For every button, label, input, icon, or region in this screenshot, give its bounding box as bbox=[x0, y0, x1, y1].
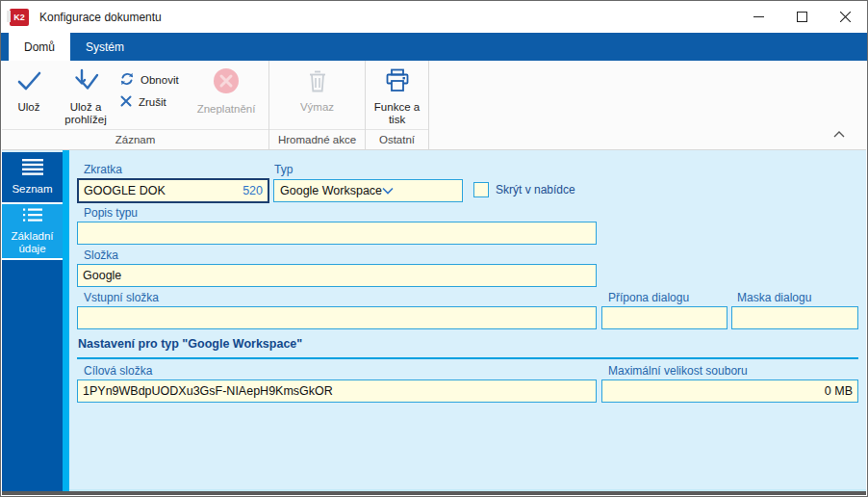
zkratka-input[interactable]: GOOGLE DOK 520 bbox=[77, 178, 269, 203]
zkratka-value: GOOGLE DOK bbox=[84, 184, 166, 197]
tab-system[interactable]: Systém bbox=[70, 33, 140, 61]
window-controls bbox=[737, 1, 867, 33]
cancel-button[interactable]: Zrušit bbox=[119, 94, 189, 110]
delete-label: Výmaz bbox=[300, 101, 334, 114]
cancel-label: Zrušit bbox=[139, 96, 166, 108]
slozka-label: Složka bbox=[84, 248, 118, 262]
save-and-view-label: Ulož a prohlížej bbox=[56, 101, 115, 126]
trash-icon bbox=[305, 67, 330, 98]
cilova-slozka-label: Cílová složka bbox=[84, 364, 152, 378]
printer-icon bbox=[383, 67, 412, 98]
tab-domu[interactable]: Domů bbox=[9, 33, 70, 61]
sidebar-item-seznam[interactable]: Seznam bbox=[2, 152, 63, 202]
typ-label: Typ bbox=[274, 163, 293, 176]
window-bottom-edge bbox=[2, 491, 866, 495]
ribbon-group-ostatni: Funkce a tisk Ostatní bbox=[366, 61, 429, 149]
zkratka-number: 520 bbox=[243, 184, 263, 197]
vstupni-slozka-input[interactable] bbox=[77, 306, 597, 329]
vstupni-slozka-label: Vstupní složka bbox=[84, 291, 159, 304]
x-icon bbox=[119, 94, 133, 110]
pripona-dialogu-label: Přípona dialogu bbox=[608, 291, 689, 304]
minimize-button[interactable] bbox=[737, 1, 780, 33]
section-divider bbox=[77, 357, 858, 359]
circle-x-icon bbox=[212, 67, 241, 100]
refresh-button[interactable]: Obnovit bbox=[119, 71, 189, 89]
invalidate-label: Zneplatnění bbox=[197, 103, 256, 116]
sidebar-item-label: Seznam bbox=[12, 183, 52, 196]
functions-print-label: Funkce a tisk bbox=[368, 101, 427, 126]
title-bar: K2 Konfigurace dokumentu bbox=[1, 1, 867, 33]
slozka-input[interactable] bbox=[77, 264, 597, 287]
save-button[interactable]: Ulož bbox=[2, 65, 56, 114]
chevron-down-icon bbox=[382, 184, 394, 197]
check-icon bbox=[14, 67, 43, 98]
functions-print-button[interactable]: Funkce a tisk bbox=[368, 65, 427, 126]
popis-typu-label: Popis typu bbox=[84, 206, 138, 220]
accent-strip bbox=[63, 150, 69, 491]
app-window: K2 Konfigurace dokumentu Domů Systém bbox=[0, 0, 868, 497]
maska-dialogu-label: Maska dialogu bbox=[737, 291, 811, 304]
sidebar: Seznam Základní údaje bbox=[2, 152, 63, 491]
invalidate-button: Zneplatnění bbox=[189, 65, 264, 116]
delete-button: Výmaz bbox=[284, 65, 351, 114]
section-title: Nastavení pro typ "Google Workspace" bbox=[78, 337, 302, 351]
group-label-zaznam: Záznam bbox=[2, 129, 268, 149]
main-area: Seznam Základní údaje Zkratka GOOG bbox=[2, 150, 866, 495]
skryt-v-nabidce-checkbox[interactable] bbox=[473, 182, 489, 197]
sidebar-divider bbox=[2, 258, 63, 260]
zkratka-label: Zkratka bbox=[84, 163, 122, 176]
typ-combobox[interactable]: Google Workspace bbox=[273, 179, 463, 202]
cilova-slozka-input[interactable] bbox=[77, 379, 597, 403]
ribbon: Ulož Ulož a prohlížej bbox=[2, 61, 866, 150]
maximize-button[interactable] bbox=[780, 1, 824, 33]
ribbon-group-zaznam: Ulož Ulož a prohlížej bbox=[2, 61, 269, 149]
skryt-v-nabidce-label: Skrýt v nabídce bbox=[496, 183, 575, 196]
ribbon-group-hromadne-akce: Výmaz Hromadné akce bbox=[269, 61, 366, 149]
detail-list-icon bbox=[21, 208, 44, 225]
maximalni-velikost-label: Maximální velikost souboru bbox=[608, 364, 748, 378]
maska-dialogu-input[interactable] bbox=[731, 306, 858, 329]
typ-value: Google Workspace bbox=[280, 184, 382, 197]
refresh-label: Obnovit bbox=[140, 74, 179, 86]
close-button[interactable] bbox=[824, 1, 867, 33]
app-logo-icon: K2 bbox=[10, 9, 29, 26]
window-title: Konfigurace dokumentu bbox=[39, 11, 162, 24]
form-content: Zkratka GOOGLE DOK 520 Typ Google Worksp… bbox=[70, 150, 866, 489]
popis-typu-input[interactable] bbox=[77, 222, 597, 245]
hamburger-icon bbox=[21, 159, 44, 178]
pripona-dialogu-input[interactable] bbox=[601, 306, 728, 329]
save-and-view-button[interactable]: Ulož a prohlížej bbox=[56, 65, 115, 126]
download-check-icon bbox=[71, 67, 100, 98]
group-label-ostatni: Ostatní bbox=[366, 129, 428, 149]
sidebar-item-label: Základní údaje bbox=[2, 230, 63, 255]
maximalni-velikost-input[interactable] bbox=[601, 379, 858, 403]
sidebar-item-zakladni-udaje[interactable]: Základní údaje bbox=[2, 204, 63, 258]
collapse-ribbon-button[interactable] bbox=[833, 124, 845, 142]
save-label: Ulož bbox=[17, 101, 39, 114]
ribbon-tab-band: Domů Systém bbox=[1, 33, 867, 61]
group-label-hromadne-akce: Hromadné akce bbox=[269, 129, 365, 149]
refresh-icon bbox=[119, 71, 135, 89]
